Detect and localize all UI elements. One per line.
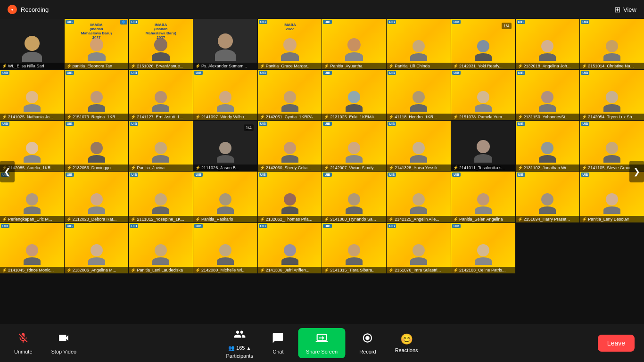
video-cell-20[interactable]: UIB ⚡ 2142054_Tryen Lux Sh... [580,70,644,120]
video-cell-25[interactable]: UIB ⚡ 2142060_Sherly Celia... [258,121,322,171]
video-cell-8[interactable]: UIB ⚡ 2142031_Yoki Ready... 1/4 [451,19,515,69]
video-cell-6[interactable]: UIB ⚡ Panitia_Ayuartha [322,19,386,69]
video-cell-44[interactable]: UIB ⚡ 2142080_Michelle Wi... [193,223,257,273]
name-tag-34: ⚡ Panitia_Paskaris [193,216,257,222]
name-tag-28: ⚡ 2141011_Tesalonika s... [451,165,515,171]
leave-button[interactable]: Leave [598,335,635,352]
video-grid: ⚡ WL_Elisa Nilla Sari IMABA(Ibadah Mahas… [0,19,644,324]
video-cell-32[interactable]: UIB ⚡ 2112020_Debora Rat... [65,172,129,222]
video-cell-9[interactable]: UIB ⚡ 2132018_Angelina Joh... [516,19,580,69]
name-tag-12: ⚡ 2151073_Regina_1KR... [65,114,129,120]
video-cell-48[interactable]: UIB ⚡ 2142103_Celine Patris... [451,223,515,273]
chat-button[interactable]: Chat [267,328,289,358]
participants-button[interactable]: 👥 165 ▲ Participants [221,324,257,362]
participants-label: Participants [226,353,253,359]
name-tag-2: ⚡ panitia_Eleonora Tan [65,63,129,69]
name-tag-35: ⚡ 2132062_Thomas Pria... [258,216,322,222]
video-cell-18[interactable]: UIB ⚡ 2151078_Pamela Yum... [451,70,515,120]
video-cell-22[interactable]: UIB ⚡ 2132056_Dominggo... [65,121,129,171]
name-tag-31: ⚡ Perlengkapan_Eric M... [0,216,64,222]
video-cell-24[interactable]: ⚡ 2111026_Jason B... 1/4 [193,121,257,171]
nav-next-button[interactable]: ❯ [629,161,644,182]
video-cell-42[interactable]: UIB ⚡ 2132006_Angelina M... [65,223,129,273]
cell-name-10: 2151014_Christine Na... [588,64,634,68]
cell-name-11: 2141025_Nathania Jo... [8,115,53,119]
stop-video-button[interactable]: Stop Video [47,328,82,358]
name-tag-38: ⚡ Panitia_Selen Angelina [451,216,515,222]
video-cell-13[interactable]: UIB ⚡ 2141127_Erni Astuti_1... [129,70,193,120]
video-cell-36[interactable]: UIB ⚡ 2141080_Rynando Sa... [322,172,386,222]
video-cell-5[interactable]: IMABA2027 UIB ⚡ Panitia_Grace Margar... [258,19,322,69]
reactions-button[interactable]: 😊 Reactions [390,329,423,357]
name-tag-44: ⚡ 2142080_Michelle Wi... [193,267,257,273]
video-cell-3[interactable]: IMABA(Ibadah Mahasiswa Baru)2027 UIB ⚡ 2… [129,19,193,69]
share-screen-button[interactable]: Share Screen [298,328,345,358]
cell-name-31: Perlengkapan_Eric M... [8,217,52,222]
video-cell-2[interactable]: IMABA(Ibadah Mahasiswa Baru)2027 UIB 🔷 ⚡… [65,19,129,69]
name-tag-39: ⚡ 2151094_Harry Praset... [516,216,580,222]
bottom-toolbar: Unmute Stop Video 👥 165 ▲ Partici [0,324,644,362]
cell-name-26: 2142007_Vivian Simdy [330,165,373,170]
grid-icon: ⊞ [614,5,620,14]
video-cell-26[interactable]: UIB ⚡ 2142007_Vivian Simdy [322,121,386,171]
cell-name-22: 2132056_Dominggo... [73,165,115,170]
video-cell-29[interactable]: UIB ⚡ 2131102_Jonathan Wi... [516,121,580,171]
toolbar-left-section: Unmute Stop Video [9,328,81,358]
video-cell-37[interactable]: UIB ⚡ 2142125_Angelin Alie... [387,172,451,222]
name-tag-25: ⚡ 2142060_Sherly Celia... [258,165,322,171]
video-cell-34[interactable]: UIB ⚡ Panitia_Paskaris [193,172,257,222]
name-tag-1: ⚡ WL_Elisa Nilla Sari [0,63,64,69]
name-tag-37: ⚡ 2142125_Angelin Alie... [387,216,451,222]
video-cell-23[interactable]: UIB ⚡ Panitia_Jovina [129,121,193,171]
video-cell-16[interactable]: UIB ⚡ 2131025_Eriki_1KRMA [322,70,386,120]
name-tag-19: ⚡ 2131150_YohannesSi... [516,114,580,120]
chevron-right-icon: ❯ [633,167,640,176]
cell-name-5: Panitia_Grace Margar... [266,64,311,68]
name-tag-7: ⚡ Panitia_Lili Chinda [387,63,451,69]
video-cell-12[interactable]: UIB ⚡ 2151073_Regina_1KR... [65,70,129,120]
name-tag-5: ⚡ Panitia_Grace Margar... [258,63,322,69]
cell-name-33: 2111012_Yosepine_1K... [137,217,184,222]
video-cell-33[interactable]: UIB ⚡ 2111012_Yosepine_1K... [129,172,193,222]
record-button[interactable]: Record [355,328,380,358]
nav-previous-button[interactable]: ❮ [0,161,15,182]
video-cell-1[interactable]: ⚡ WL_Elisa Nilla Sari [0,19,64,69]
cell-name-21: 2142085_Aurelia_1KR... [8,165,54,170]
reactions-icon: 😊 [400,333,413,346]
cell-name-7: Panitia_Lili Chinda [395,64,430,68]
name-tag-17: ⚡ 41118_Hendro_1KR... [387,114,451,120]
cell-name-1: WL_Elisa Nilla Sari [8,64,44,68]
video-cell-27[interactable]: UIB ⚡ 2141328_Anisa Yessik... [387,121,451,171]
participants-icon-people: 👥 [228,345,235,351]
video-cell-17[interactable]: UIB ⚡ 41118_Hendro_1KR... [387,70,451,120]
video-cell-10[interactable]: UIB ⚡ 2151014_Christine Na... [580,19,644,69]
microphone-muted-icon [17,332,29,347]
video-cell-46[interactable]: UIB ⚡ 2141315_Tiara Sibara... [322,223,386,273]
video-cell-39[interactable]: UIB ⚡ 2151094_Harry Praset... [516,172,580,222]
view-button[interactable]: ⊞ View [614,5,636,14]
name-tag-48: ⚡ 2142103_Celine Patris... [451,267,515,273]
video-cell-45[interactable]: UIB ⚡ 2141306_Jefri Ariffen... [258,223,322,273]
video-cell-7[interactable]: UIB ⚡ Panitia_Lili Chinda [387,19,451,69]
name-tag-22: ⚡ 2132056_Dominggo... [65,165,129,171]
video-cell-4[interactable]: ⚡ Ps. Alexander Sumam... [193,19,257,69]
cell-name-43: Panitia_Leni Laudeciska [137,268,183,272]
video-cell-15[interactable]: UIB ⚡ 2142051_Cyntia_1KRPA [258,70,322,120]
name-tag-3: ⚡ 2151026_BryanManue... [129,63,193,69]
video-cell-35[interactable]: UIB ⚡ 2132062_Thomas Pria... [258,172,322,222]
name-tag-36: ⚡ 2141080_Rynando Sa... [322,216,386,222]
unmute-button[interactable]: Unmute [9,328,37,358]
video-cell-11[interactable]: UIB ⚡ 2141025_Nathania Jo... [0,70,64,120]
video-cell-19[interactable]: UIB ⚡ 2131150_YohannesSi... [516,70,580,120]
video-cell-14[interactable]: UIB ⚡ 2141097_Windy Wilhu... [193,70,257,120]
video-cell-41[interactable]: UIB ⚡ 2141045_Rince Monic... [0,223,64,273]
name-tag-13: ⚡ 2141127_Erni Astuti_1... [129,114,193,120]
video-cell-47[interactable]: UIB ⚡ 2151076_Imra Sulastri... [387,223,451,273]
reactions-label: Reactions [395,347,418,353]
page-indicator-1: 1/4 [502,23,512,29]
video-cell-28[interactable]: ⚡ 2141011_Tesalonika s... [451,121,515,171]
cell-name-2: panitia_Eleonora Tan [73,64,112,68]
record-icon [362,332,374,347]
video-cell-43[interactable]: UIB ⚡ Panitia_Leni Laudeciska [129,223,193,273]
video-cell-38[interactable]: UIB ⚡ Panitia_Selen Angelina [451,172,515,222]
